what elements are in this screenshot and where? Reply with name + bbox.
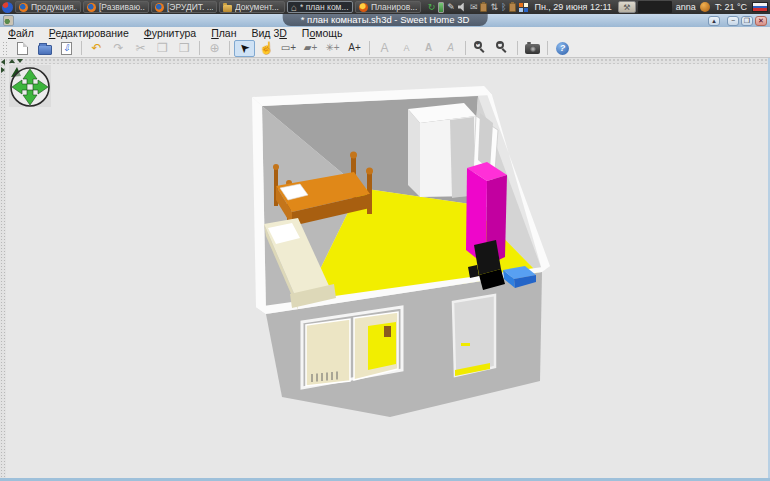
menu-bar: ФайлРедактированиеФурнитураПланВид 3DПом… xyxy=(0,27,770,39)
volume-tray-icon[interactable] xyxy=(458,3,467,12)
save-icon xyxy=(61,42,72,55)
close-button[interactable]: ✕ xyxy=(755,16,767,26)
reduce-text-button: A xyxy=(396,40,417,57)
shade-button[interactable]: ▴ xyxy=(708,16,720,26)
create-walls-button[interactable]: ▭+ xyxy=(278,40,299,57)
taskbar-window-1[interactable]: Продукция... xyxy=(15,1,81,13)
create-text-button[interactable]: A+ xyxy=(344,40,365,57)
toolbar-separator xyxy=(199,41,200,55)
network-tray-icon[interactable]: ⇅ xyxy=(490,1,498,13)
taskbar-spacer xyxy=(638,1,672,13)
zoom-in-icon: + xyxy=(474,41,488,55)
sweethome3d-window-icon xyxy=(3,15,14,26)
taskbar-window-3[interactable]: [ЭРУДИТ. ... xyxy=(151,1,217,13)
add-furniture-button: ⊕ xyxy=(204,40,225,57)
save-button[interactable] xyxy=(56,40,77,57)
reduce-text-icon: A xyxy=(403,41,409,55)
zoom-in-button[interactable]: + xyxy=(470,40,491,57)
pan-button[interactable]: ☝ xyxy=(256,40,277,57)
vertical-split-divider[interactable] xyxy=(0,58,6,481)
divider-collapse-down-icon[interactable] xyxy=(17,59,23,63)
zoom-out-button[interactable]: − xyxy=(492,40,513,57)
photo-button[interactable] xyxy=(522,40,543,57)
paste-button: ❒ xyxy=(174,40,195,57)
cut-icon: ✂ xyxy=(135,41,145,55)
navigation-compass[interactable] xyxy=(9,65,51,107)
create-dimensions-icon: ✳+ xyxy=(325,41,339,55)
workspaces-tray-icon[interactable] xyxy=(519,3,528,12)
front-door[interactable] xyxy=(453,295,495,376)
launcher-icon[interactable] xyxy=(2,2,13,13)
window-controls: ▴ − ❐ ✕ xyxy=(708,16,767,26)
mail-tray-icon[interactable]: ✉ xyxy=(470,1,478,13)
taskbar-window-2[interactable]: [Развиваю... xyxy=(83,1,149,13)
menu-файл[interactable]: Файл xyxy=(8,27,34,39)
enlarge-text-icon: A xyxy=(380,41,388,55)
pan-icon: ☝ xyxy=(259,41,274,55)
horizontal-split-divider[interactable] xyxy=(0,58,770,64)
enlarge-text-button: A xyxy=(374,40,395,57)
compose-tray-icon[interactable]: ✎ xyxy=(447,1,455,13)
taskbar-window-5[interactable]: ⌂* план ком... xyxy=(287,1,353,13)
window-titlebar[interactable]: * план комнаты.sh3d - Sweet Home 3D ▴ − … xyxy=(0,14,770,27)
toolbar-grip-handle[interactable] xyxy=(2,41,8,56)
firefox-icon xyxy=(87,3,96,12)
weather-globe-icon[interactable] xyxy=(700,2,710,12)
taskbar-window-6[interactable]: Планиров... xyxy=(355,1,421,13)
battery-tray-icon[interactable] xyxy=(438,2,444,13)
keyboard-layout-flag-icon[interactable] xyxy=(752,2,768,12)
open-button[interactable] xyxy=(34,40,55,57)
create-text-icon: A+ xyxy=(348,41,361,55)
toolbar-separator xyxy=(465,41,466,55)
bluetooth-tray-icon[interactable]: ᛒ xyxy=(501,1,506,13)
menu-редактирование[interactable]: Редактирование xyxy=(49,27,129,39)
sweethome-icon: ⌂ xyxy=(291,3,297,12)
toolbar-separator xyxy=(81,41,82,55)
redo-button: ↷ xyxy=(108,40,129,57)
taskbar-temperature: T: 21 °C xyxy=(715,2,747,12)
add-furniture-icon: ⊕ xyxy=(209,41,219,55)
toolbar-separator xyxy=(369,41,370,55)
select-button[interactable]: ➤ xyxy=(234,40,255,57)
toolbar-separator xyxy=(547,41,548,55)
window-title: * план комнаты.sh3d - Sweet Home 3D xyxy=(283,14,488,26)
create-walls-icon: ▭+ xyxy=(281,41,296,55)
undo-icon: ↶ xyxy=(91,41,101,55)
taskbar-clock[interactable]: Пн., 29 июня 12:11 xyxy=(534,2,611,12)
system-tray: ↻✎✉⇅ᛒ xyxy=(428,1,529,13)
show-desktop-button[interactable]: ⚒ xyxy=(618,1,636,13)
maximize-button[interactable]: ❐ xyxy=(741,16,753,26)
new-button[interactable] xyxy=(12,40,33,57)
create-dimensions-button[interactable]: ✳+ xyxy=(322,40,343,57)
menu-вид-3d[interactable]: Вид 3D xyxy=(252,27,287,39)
cut-button: ✂ xyxy=(130,40,151,57)
divider-collapse-right-icon[interactable] xyxy=(1,67,5,73)
help-button[interactable]: ? xyxy=(552,40,573,57)
minimize-button[interactable]: − xyxy=(727,16,739,26)
divider-collapse-up-icon[interactable] xyxy=(9,59,15,63)
view-3d[interactable] xyxy=(6,64,768,478)
taskbar-username: anna xyxy=(676,2,696,12)
copy-button: ❐ xyxy=(152,40,173,57)
clipboard-tray-icon[interactable] xyxy=(509,3,516,12)
clipboard-tray-icon[interactable] xyxy=(480,3,487,12)
menu-помощь[interactable]: Помощь xyxy=(302,27,343,39)
taskbar-window-list: Продукция...[Развиваю...[ЭРУДИТ. ...Доку… xyxy=(15,1,421,13)
undo-button[interactable]: ↶ xyxy=(86,40,107,57)
open-icon xyxy=(38,45,52,55)
bold-text-icon: A xyxy=(425,41,432,55)
italic-text-icon: A xyxy=(447,41,454,55)
select-icon: ➤ xyxy=(236,39,253,56)
menu-план[interactable]: План xyxy=(211,27,236,39)
update-tray-icon[interactable]: ↻ xyxy=(428,1,436,13)
bold-text-button: A xyxy=(418,40,439,57)
taskbar-window-4[interactable]: Документ... xyxy=(219,1,285,13)
new-icon xyxy=(17,42,28,55)
divider-collapse-left-icon[interactable] xyxy=(1,59,5,65)
menu-фурнитура[interactable]: Фурнитура xyxy=(144,27,196,39)
toolbar: ↶↷✂❐❒⊕➤☝▭+▰+✳+A+AAAA+−? xyxy=(0,39,770,58)
copy-icon: ❐ xyxy=(157,41,168,55)
toolbar-separator xyxy=(229,41,230,55)
create-rooms-button[interactable]: ▰+ xyxy=(300,40,321,57)
zoom-out-icon: − xyxy=(496,41,510,55)
